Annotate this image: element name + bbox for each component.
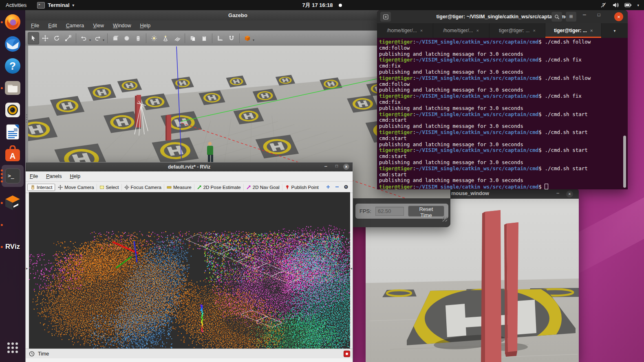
dock-item-rhythmbox[interactable] [3, 101, 22, 119]
close-icon[interactable]: × [343, 164, 349, 170]
tool-measure[interactable]: Measure [164, 184, 194, 191]
tool-select[interactable]: Select [97, 184, 121, 191]
terminal-tab-1[interactable]: /home/tiger/...× [377, 23, 433, 38]
rotate-button[interactable] [51, 33, 62, 44]
clock[interactable]: 7月 17 16:18 [302, 2, 333, 9]
tab-close-icon[interactable]: × [420, 28, 423, 33]
copy-button[interactable] [187, 33, 198, 44]
tool-publish-point[interactable]: Publish Point [282, 184, 321, 191]
redo-button[interactable] [92, 33, 103, 44]
spot-light-button[interactable] [160, 33, 171, 44]
rviz-3d-viewport[interactable] [29, 192, 350, 349]
fps-value-field[interactable] [375, 207, 404, 216]
gazebo-menu-file[interactable]: File [31, 23, 39, 29]
align-button[interactable] [215, 33, 225, 44]
scale-button[interactable] [63, 33, 73, 44]
dock-item-firefox[interactable] [3, 13, 22, 31]
dock-item-ubuntu-software[interactable]: A [3, 145, 22, 163]
tool-focus-camera[interactable]: Focus Camera [121, 184, 164, 191]
time-panel-header[interactable]: Time [26, 349, 353, 358]
minus-icon[interactable] [335, 184, 340, 190]
point-light-button[interactable] [149, 33, 159, 44]
terminal-line: cmd:follow [379, 45, 628, 51]
time-panel-close-button[interactable] [344, 351, 350, 357]
tool-2d-pose-estimate[interactable]: 2D Pose Estimate [194, 184, 243, 191]
rviz-menu-panels[interactable]: Panels [46, 173, 62, 179]
chevron-down-icon[interactable]: ▾ [637, 3, 639, 7]
rviz-titlebar[interactable]: default.rviz* - RViz – □ × [26, 162, 353, 171]
right-panel-expander[interactable]: ◂ [350, 266, 352, 270]
dock-item-show-applications[interactable] [3, 338, 22, 357]
gazebo-menu-camera[interactable]: Camera [66, 23, 84, 29]
cylinder-button[interactable] [133, 33, 143, 44]
tab-list-dropdown[interactable]: ▾ [602, 23, 628, 38]
terminal-tab-2[interactable]: /home/tiger/...× [433, 23, 490, 38]
chevron-down-icon: ▾ [73, 3, 75, 7]
translate-button[interactable] [40, 33, 51, 44]
box-button[interactable] [110, 33, 121, 44]
tab-label: tiger@tiger: ... [554, 28, 587, 33]
terminal-headerbar[interactable]: tiger@tiger: ~/VISIM_single/catkin_ws/sr… [377, 10, 628, 23]
directional-light-button[interactable] [172, 33, 182, 44]
undo-dropdown-icon[interactable]: ▾ [89, 38, 91, 42]
app-menu[interactable]: > Terminal ▾ [37, 2, 74, 9]
tool-2d-nav-goal[interactable]: 2D Nav Goal [243, 184, 282, 191]
search-button[interactable] [551, 12, 562, 22]
dock-item-help[interactable]: ? [3, 57, 22, 75]
minimize-icon[interactable]: – [556, 190, 559, 196]
resize-grip[interactable] [442, 217, 447, 222]
close-icon[interactable]: × [614, 12, 623, 21]
select-arrow-icon [30, 35, 37, 42]
tool-interact[interactable]: Interact [27, 184, 55, 191]
gazebo-menu-window[interactable]: Window [113, 23, 131, 29]
paste-button[interactable] [199, 33, 210, 44]
rviz-menu-help[interactable]: Help [70, 173, 80, 179]
camera-icon[interactable] [344, 184, 348, 190]
undo-button[interactable] [79, 33, 89, 44]
sphere-icon [124, 35, 130, 42]
reset-time-button[interactable]: Reset Time [408, 206, 444, 217]
new-tab-button[interactable] [380, 12, 391, 22]
tab-close-icon[interactable]: × [590, 28, 593, 33]
maximize-icon[interactable]: □ [335, 164, 338, 168]
gazebo-menu-help[interactable]: Help [140, 23, 151, 29]
left-panel-expander[interactable]: ▸ [26, 266, 28, 270]
dock-item-hidden-window[interactable] [3, 215, 22, 234]
maximize-icon[interactable]: □ [598, 12, 600, 17]
terminal-output[interactable]: tiger@tiger:~/VISIM_single/catkin_ws/src… [377, 38, 628, 189]
snap-icon [228, 35, 235, 42]
copy-icon [190, 35, 196, 42]
dock-item-terminal[interactable]: >_ [3, 167, 22, 185]
green-arrow-icon [197, 185, 202, 190]
gazebo-menu-edit[interactable]: Edit [48, 23, 57, 29]
terminal-line: tiger@tiger:~/VISIM_single/catkin_ws/src… [379, 166, 628, 172]
plus-icon[interactable] [326, 184, 331, 190]
dock-item-libreoffice-writer[interactable] [3, 123, 22, 141]
terminal-tab-4[interactable]: tiger@tiger: ...× [545, 23, 602, 38]
menu-button[interactable]: ≡ [566, 12, 576, 22]
select-arrow-button[interactable] [28, 32, 39, 44]
redo-dropdown-icon[interactable]: ▾ [103, 38, 104, 42]
rviz-menu-file[interactable]: File [30, 173, 38, 179]
minimize-icon[interactable]: – [324, 163, 327, 169]
building-editor-dropdown-icon[interactable]: ▾ [253, 38, 254, 42]
sphere-button[interactable] [121, 33, 132, 44]
tab-close-icon[interactable]: × [533, 28, 535, 33]
gazebo-menu-view[interactable]: View [93, 23, 104, 29]
dock-item-gazebo[interactable] [3, 193, 22, 212]
activities-button[interactable]: Activities [6, 2, 26, 8]
terminal-line: cmd:start [379, 136, 628, 142]
system-status-area[interactable]: ? ▾ [600, 2, 644, 8]
building-editor-button[interactable] [242, 33, 253, 44]
tool-move-camera[interactable]: Move Camera [55, 184, 96, 191]
terminal-scrollbar[interactable] [623, 136, 626, 188]
terminal-tab-3[interactable]: tiger@tiger: ...× [490, 23, 546, 38]
close-icon[interactable]: × [566, 191, 573, 197]
snap-button[interactable] [226, 33, 237, 44]
dock-item-thunderbird[interactable] [3, 35, 22, 53]
dock-item-rviz[interactable]: RViz [3, 237, 22, 256]
tab-close-icon[interactable]: × [476, 28, 479, 33]
dock-item-files[interactable] [3, 79, 22, 97]
terminal-line: cmd:fix [379, 99, 628, 105]
minimize-icon[interactable]: – [583, 11, 586, 18]
